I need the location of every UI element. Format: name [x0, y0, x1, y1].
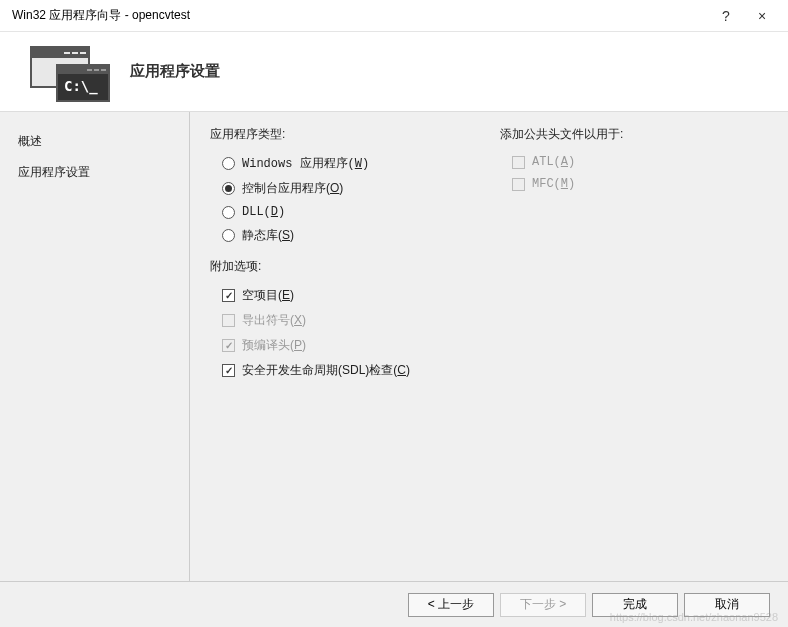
sidebar: 概述 应用程序设置	[0, 112, 190, 581]
content: 应用程序类型: Windows 应用程序(W) 控制台应用程序(O) DLL(D…	[190, 112, 788, 581]
app-type-label: 应用程序类型:	[210, 126, 500, 143]
checkbox-icon	[222, 364, 235, 377]
sidebar-item-label: 概述	[18, 134, 42, 148]
wizard-window: Win32 应用程序向导 - opencvtest ? × C:\_ 应用程序设…	[0, 0, 788, 627]
wizard-icon: C:\_	[24, 42, 114, 102]
headers-label: 添加公共头文件以用于:	[500, 126, 768, 143]
checkbox-label: 预编译头(P)	[242, 337, 306, 354]
checkbox-precompiled-header: 预编译头(P)	[210, 333, 500, 358]
checkbox-label: 导出符号(X)	[242, 312, 306, 329]
radio-label: 静态库(S)	[242, 227, 294, 244]
body: 概述 应用程序设置 应用程序类型: Windows 应用程序(W) 控制台应用程…	[0, 112, 788, 581]
close-button[interactable]: ×	[744, 8, 780, 24]
radio-console-app[interactable]: 控制台应用程序(O)	[210, 176, 500, 201]
checkbox-label: ATL(A)	[532, 155, 575, 169]
radio-label: Windows 应用程序(W)	[242, 155, 369, 172]
sidebar-item-label: 应用程序设置	[18, 165, 90, 179]
left-column: 应用程序类型: Windows 应用程序(W) 控制台应用程序(O) DLL(D…	[210, 126, 500, 567]
footer: < 上一步 下一步 > 完成 取消 https://blog.csdn.net/…	[0, 581, 788, 627]
checkbox-icon	[222, 314, 235, 327]
help-button[interactable]: ?	[708, 8, 744, 24]
header: C:\_ 应用程序设置	[0, 32, 788, 112]
titlebar: Win32 应用程序向导 - opencvtest ? ×	[0, 0, 788, 32]
radio-icon	[222, 206, 235, 219]
checkbox-icon	[512, 178, 525, 191]
checkbox-sdl-check[interactable]: 安全开发生命周期(SDL)检查(C)	[210, 358, 500, 383]
checkbox-label: 空项目(E)	[242, 287, 294, 304]
sidebar-item-overview[interactable]: 概述	[18, 126, 171, 157]
checkbox-export-symbols: 导出符号(X)	[210, 308, 500, 333]
finish-button[interactable]: 完成	[592, 593, 678, 617]
checkbox-icon	[222, 289, 235, 302]
radio-icon	[222, 182, 235, 195]
checkbox-atl: ATL(A)	[500, 151, 768, 173]
cancel-button[interactable]: 取消	[684, 593, 770, 617]
radio-label: 控制台应用程序(O)	[242, 180, 343, 197]
window-title: Win32 应用程序向导 - opencvtest	[12, 7, 708, 24]
checkbox-icon	[512, 156, 525, 169]
radio-icon	[222, 157, 235, 170]
radio-label: DLL(D)	[242, 205, 285, 219]
console-prompt-icon: C:\_	[58, 74, 108, 98]
sidebar-item-app-settings[interactable]: 应用程序设置	[18, 157, 171, 188]
checkbox-label: MFC(M)	[532, 177, 575, 191]
checkbox-label: 安全开发生命周期(SDL)检查(C)	[242, 362, 410, 379]
right-column: 添加公共头文件以用于: ATL(A) MFC(M)	[500, 126, 768, 567]
prev-button[interactable]: < 上一步	[408, 593, 494, 617]
next-button: 下一步 >	[500, 593, 586, 617]
radio-static-lib[interactable]: 静态库(S)	[210, 223, 500, 248]
checkbox-empty-project[interactable]: 空项目(E)	[210, 283, 500, 308]
radio-icon	[222, 229, 235, 242]
radio-windows-app[interactable]: Windows 应用程序(W)	[210, 151, 500, 176]
additional-label: 附加选项:	[210, 258, 500, 275]
checkbox-icon	[222, 339, 235, 352]
radio-dll[interactable]: DLL(D)	[210, 201, 500, 223]
checkbox-mfc: MFC(M)	[500, 173, 768, 195]
page-title: 应用程序设置	[130, 62, 220, 81]
